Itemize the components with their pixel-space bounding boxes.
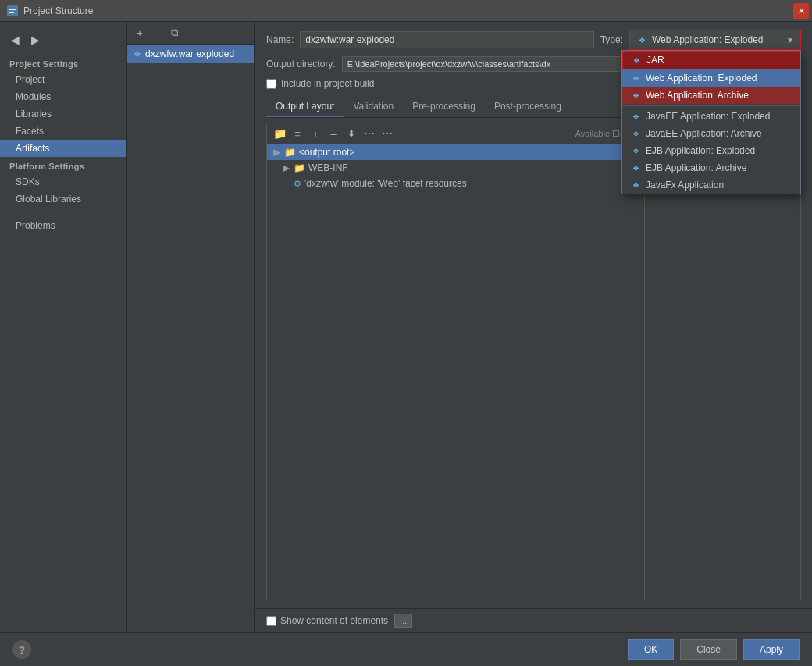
expand-icon: ▶ [273,147,281,158]
javafx-icon: ❖ [630,180,641,191]
dialog-footer: ? OK Close Apply [0,632,812,666]
nav-buttons: ◀ ▶ [0,28,126,52]
jar-icon: ❖ [631,55,642,66]
middle-panels: + – ⧉ ❖ dxzwfw:war exploded [127,22,812,632]
config-panel: Name: Type: ❖ Web Application: Exploded … [255,22,812,608]
artifact-item-label: dxzwfw:war exploded [145,48,234,59]
tree-list-icon[interactable]: ≡ [290,126,305,141]
apply-button[interactable]: Apply [743,639,800,660]
sidebar-item-sdks-label: SDKs [16,176,40,187]
show-content-checkbox[interactable] [266,616,276,626]
sidebar-item-problems[interactable]: Problems [0,217,126,234]
tab-pre-processing[interactable]: Pre-processing [403,97,485,117]
tree-item-webinf[interactable]: ▶ 📁 WEB-INF [267,160,644,176]
name-label: Name: [266,34,294,45]
module-icon: ⚙ [294,179,301,189]
web-archive-icon: ❖ [630,90,641,101]
sidebar-item-artifacts[interactable]: Artifacts [0,140,126,157]
name-input[interactable] [300,31,593,48]
tree-add-button[interactable]: + [308,126,323,141]
close-button[interactable]: ✕ [793,3,809,19]
javafx-label: JavaFx Application [646,180,724,191]
dropdown-item-javaee-archive[interactable]: ❖ JavaEE Application: Archive [622,125,800,142]
type-label: Type: [600,34,623,45]
dropdown-item-javaee-exploded[interactable]: ❖ JavaEE Application: Exploded [622,108,800,125]
tree-toolbar: 📁 ≡ + – ⬇ ⋯ ⋯ Available Elemer [267,123,644,144]
show-content-label: Show content of elements [280,615,388,626]
add-artifact-button[interactable]: + [132,25,148,41]
titlebar: Project Structure ✕ [0,0,812,22]
show-content-row: Show content of elements [266,615,388,626]
webinf-label: WEB-INF [308,162,348,173]
tree-item-output-root[interactable]: ▶ 📁 <output root> [267,144,644,160]
module-label: 'dxzwfw' module: 'Web' facet resources [304,178,467,189]
tree-extra1-button[interactable]: ⋯ [361,126,377,141]
include-build-label: Include in project build [281,78,374,89]
dropdown-item-web-archive[interactable]: ❖ Web Application: Archive [622,87,800,104]
artifact-list-item[interactable]: ❖ dxzwfw:war exploded [127,45,254,63]
sidebar-item-project-label: Project [16,74,45,85]
sidebar-item-libraries[interactable]: Libraries [0,105,126,123]
app-icon [6,5,19,17]
dropdown-divider [622,105,800,106]
sidebar-item-facets-label: Facets [16,126,44,137]
artifact-list-panel: + – ⧉ ❖ dxzwfw:war exploded [127,22,255,632]
more-button[interactable]: ... [394,614,412,628]
tab-output-layout[interactable]: Output Layout [266,97,344,117]
ejb-archive-icon: ❖ [630,162,641,173]
remove-artifact-button[interactable]: – [149,25,165,41]
sidebar-item-global-libraries[interactable]: Global Libraries [0,191,126,208]
dropdown-item-web-exploded[interactable]: ❖ Web Application: Exploded [622,69,800,87]
main-container: ◀ ▶ Project Settings Project Modules Lib… [0,22,812,666]
javaee-exploded-icon: ❖ [630,111,641,122]
sidebar-item-facets[interactable]: Facets [0,123,126,140]
web-archive-label: Web Application: Archive [646,90,749,101]
tab-validation[interactable]: Validation [344,97,403,117]
sidebar-item-modules-label: Modules [16,91,51,102]
project-settings-section: Project Settings [0,55,126,71]
expand-module-icon [283,178,290,189]
sidebar-item-libraries-label: Libraries [16,109,52,119]
web-exploded-label: Web Application: Exploded [646,73,757,84]
sidebar: ◀ ▶ Project Settings Project Modules Lib… [0,22,127,632]
ejb-exploded-icon: ❖ [630,145,641,156]
dropdown-item-ejb-archive[interactable]: ❖ EJB Application: Archive [622,159,800,176]
dropdown-item-jar[interactable]: ❖ JAR [622,51,800,69]
back-button[interactable]: ◀ [6,31,23,48]
dropdown-item-ejb-exploded[interactable]: ❖ EJB Application: Exploded [622,142,800,159]
sidebar-item-modules[interactable]: Modules [0,88,126,105]
dropdown-item-javafx[interactable]: ❖ JavaFx Application [622,176,800,194]
ok-button[interactable]: OK [628,639,674,660]
type-select-wrapper: ❖ Web Application: Exploded ▼ ❖ JAR [629,30,801,50]
copy-artifact-button[interactable]: ⧉ [166,25,182,41]
artifact-type-icon: ❖ [134,49,141,59]
tree-remove-button[interactable]: – [326,126,341,141]
tree-extra2-button[interactable]: ⋯ [379,126,395,141]
jar-label: JAR [646,55,664,66]
tab-pre-processing-label: Pre-processing [412,101,475,112]
expand-webinf-icon: ▶ [283,162,290,173]
sidebar-item-project[interactable]: Project [0,71,126,88]
help-icon: ? [19,644,25,656]
output-root-icon: 📁 [284,147,296,158]
tab-validation-label: Validation [353,101,394,112]
tree-move-down-button[interactable]: ⬇ [344,126,359,141]
forward-button[interactable]: ▶ [27,31,44,48]
webinf-folder-icon: 📁 [294,162,305,173]
type-dropdown-button[interactable]: ❖ Web Application: Exploded ▼ [629,30,801,50]
type-dropdown-menu: ❖ JAR ❖ Web Application: Exploded ❖ Web … [621,50,801,194]
tab-post-processing[interactable]: Post-processing [485,97,571,117]
help-button[interactable]: ? [12,640,31,659]
tree-item-module[interactable]: ⚙ 'dxzwfw' module: 'Web' facet resources [267,176,644,191]
type-dropdown-icon: ❖ [636,34,647,45]
sidebar-item-sdks[interactable]: SDKs [0,173,126,191]
javaee-archive-icon: ❖ [630,128,641,139]
ejb-exploded-label: EJB Application: Exploded [646,145,755,156]
tree-folder-icon[interactable]: 📁 [272,126,287,141]
javaee-exploded-label: JavaEE Application: Exploded [646,111,770,122]
close-dialog-button[interactable]: Close [680,639,737,660]
include-build-checkbox[interactable] [266,79,276,89]
platform-settings-section: Platform Settings [0,157,126,173]
content-area: ◀ ▶ Project Settings Project Modules Lib… [0,22,812,632]
output-root-label: <output root> [299,147,354,158]
